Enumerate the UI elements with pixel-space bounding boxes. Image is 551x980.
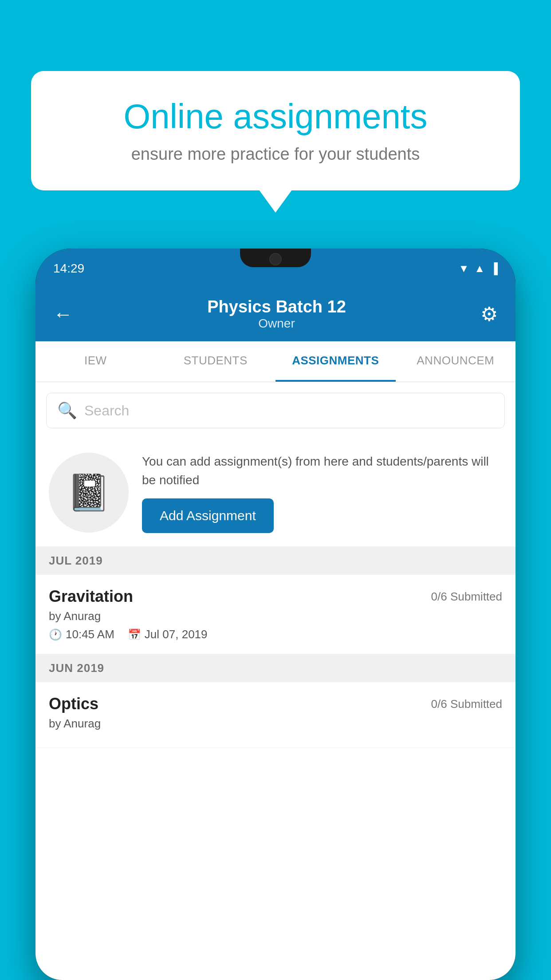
- assignment-item-gravitation[interactable]: Gravitation 0/6 Submitted by Anurag 🕐 10…: [35, 575, 516, 654]
- phone-notch: [240, 249, 311, 267]
- assignment-author-optics: by Anurag: [49, 717, 502, 731]
- date-meta: 📅 Jul 07, 2019: [128, 628, 208, 641]
- back-button[interactable]: ←: [53, 303, 73, 325]
- submitted-count-optics: 0/6 Submitted: [431, 697, 502, 711]
- promo-icon-circle: 📓: [49, 453, 129, 533]
- submitted-count-gravitation: 0/6 Submitted: [431, 590, 502, 604]
- search-icon: 🔍: [57, 401, 77, 420]
- speech-bubble-title: Online assignments: [62, 98, 489, 136]
- section-header-jun: JUN 2019: [35, 654, 516, 682]
- speech-bubble-subtitle: ensure more practice for your students: [62, 145, 489, 164]
- app-header: ← Physics Batch 12 Owner ⚙: [35, 288, 516, 341]
- assignment-title-optics: Optics: [49, 695, 98, 713]
- search-input[interactable]: Search: [84, 403, 129, 419]
- wifi-icon: ▼: [458, 262, 469, 275]
- content-area: 🔍 Search 📓 You can add assignment(s) fro…: [35, 382, 516, 980]
- promo-section: 📓 You can add assignment(s) from here an…: [35, 439, 516, 547]
- tab-announcements[interactable]: ANNOUNCEM: [396, 341, 516, 382]
- speech-bubble: Online assignments ensure more practice …: [31, 71, 520, 190]
- notebook-icon: 📓: [67, 472, 111, 514]
- header-center: Physics Batch 12 Owner: [207, 297, 346, 331]
- tab-bar: IEW STUDENTS ASSIGNMENTS ANNOUNCEM: [35, 341, 516, 382]
- batch-title: Physics Batch 12: [207, 297, 346, 316]
- assignment-row-top: Gravitation 0/6 Submitted: [49, 587, 502, 606]
- battery-icon: ▐: [490, 262, 498, 275]
- front-camera: [269, 253, 282, 265]
- calendar-icon: 📅: [128, 628, 141, 641]
- clock-icon: 🕐: [49, 628, 62, 641]
- tab-overview[interactable]: IEW: [35, 341, 156, 382]
- promo-description: You can add assignment(s) from here and …: [142, 452, 502, 490]
- assignment-author-gravitation: by Anurag: [49, 609, 502, 623]
- status-bar: 14:29 ▼ ▲ ▐: [35, 249, 516, 288]
- tab-assignments[interactable]: ASSIGNMENTS: [276, 341, 396, 382]
- add-assignment-button[interactable]: Add Assignment: [142, 498, 274, 533]
- time-meta: 🕐 10:45 AM: [49, 628, 114, 641]
- assignment-date: Jul 07, 2019: [145, 628, 208, 641]
- signal-icon: ▲: [474, 262, 485, 275]
- assignment-time: 10:45 AM: [66, 628, 114, 641]
- speech-bubble-container: Online assignments ensure more practice …: [31, 71, 520, 190]
- promo-text: You can add assignment(s) from here and …: [142, 452, 502, 533]
- section-header-jul: JUL 2019: [35, 547, 516, 575]
- role-label: Owner: [207, 316, 346, 331]
- phone-frame: 14:29 ▼ ▲ ▐ ← Physics Batch 12 Owner ⚙ I…: [35, 249, 516, 980]
- status-time: 14:29: [53, 261, 84, 276]
- tab-students[interactable]: STUDENTS: [156, 341, 276, 382]
- status-icons: ▼ ▲ ▐: [458, 262, 498, 275]
- assignment-row-top-optics: Optics 0/6 Submitted: [49, 695, 502, 713]
- search-bar[interactable]: 🔍 Search: [46, 393, 505, 428]
- assignment-title-gravitation: Gravitation: [49, 587, 133, 606]
- section-label-jul: JUL 2019: [49, 554, 103, 567]
- assignment-item-optics[interactable]: Optics 0/6 Submitted by Anurag: [35, 682, 516, 748]
- settings-icon[interactable]: ⚙: [480, 303, 498, 325]
- section-label-jun: JUN 2019: [49, 661, 104, 675]
- assignment-meta-gravitation: 🕐 10:45 AM 📅 Jul 07, 2019: [49, 628, 502, 641]
